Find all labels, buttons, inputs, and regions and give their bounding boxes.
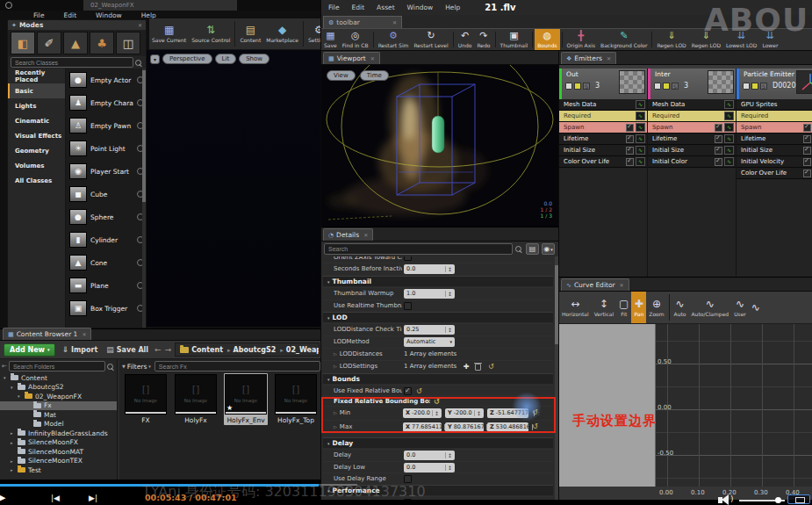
curve-toolbar-button[interactable]: ∿ Auto — [672, 292, 689, 323]
list-view-icon[interactable]: ▤ — [526, 243, 539, 255]
module-curve-icon[interactable] — [636, 134, 645, 143]
cascade-toolbar-button[interactable]: ◍ Bounds — [535, 29, 559, 50]
module-curve-icon[interactable] — [724, 157, 734, 166]
menu-item[interactable]: File — [328, 4, 340, 11]
property-row[interactable]: Use Realtime Thumbnail — [323, 299, 553, 311]
tree-folder-item[interactable]: ▾ 02_WeaponFX — [0, 392, 117, 401]
property-row[interactable]: LODDistances 1 Array elements — [323, 348, 553, 359]
delete-icon[interactable] — [475, 364, 481, 371]
category-item[interactable]: Cinematic — [8, 113, 65, 128]
module-checkbox[interactable] — [803, 158, 811, 166]
details-search-input[interactable] — [324, 243, 513, 255]
emitter-header[interactable]: Particle Emitter S D0020 — [737, 69, 812, 99]
placeable-item[interactable]: ● Sphere — [66, 206, 146, 228]
module-checkbox[interactable] — [626, 147, 634, 155]
tree-folder-item[interactable]: ▸ SilenceMoonFX — [0, 438, 117, 448]
placeable-item[interactable]: ♟ Empty Chara — [66, 91, 146, 114]
category-item[interactable]: All Classes — [8, 173, 65, 188]
asset-item[interactable]: No Image HolyFx_Top — [274, 373, 318, 425]
next-button-icon[interactable] — [89, 494, 97, 502]
spinner-icon[interactable] — [445, 465, 452, 471]
save-all-button[interactable]: ▤Save All — [104, 345, 151, 354]
cascade-toolbar-button[interactable]: ◎ Find in CB — [340, 29, 371, 50]
property-row[interactable]: Delay 0.0 — [323, 449, 553, 460]
viewport-menu-button[interactable]: View — [327, 70, 356, 81]
details-tab[interactable]: ◔ Details — [323, 228, 373, 241]
expand-arrow-icon[interactable]: ▾ — [18, 393, 22, 399]
add-element-icon[interactable] — [463, 363, 470, 371]
close-icon[interactable] — [605, 54, 611, 62]
main-toolbar-button[interactable]: ⚙ Settings — [305, 18, 320, 49]
forward-arrow-icon[interactable]: → — [165, 345, 172, 354]
toolbar-tab[interactable]: ⚙ toolbar — [323, 16, 402, 28]
emitter-module[interactable]: Initial Size — [737, 145, 812, 156]
viewport-mode-button[interactable]: Lit — [215, 54, 237, 64]
emitters-tab[interactable]: ❖ Emitters — [561, 52, 616, 64]
emitter-module[interactable]: Initial Size — [648, 145, 736, 156]
category-item[interactable]: Recently Placed — [8, 69, 65, 83]
scrollbar[interactable] — [142, 69, 146, 328]
emitter-module[interactable]: Required — [648, 111, 736, 122]
emitter-module[interactable]: Required — [559, 111, 647, 122]
emitter-module[interactable]: Initial Velocity — [737, 156, 812, 168]
placeable-item[interactable]: ▣ Box Trigger — [66, 297, 146, 320]
reset-icon[interactable] — [416, 387, 422, 395]
number-field[interactable]: 1.0 — [404, 289, 455, 299]
section-header[interactable]: Bounds — [323, 373, 553, 384]
module-curve-icon[interactable] — [636, 157, 645, 166]
emitter-header[interactable]: Inter S 3 — [648, 69, 736, 99]
viewport-tab[interactable]: ▦ Viewport — [323, 52, 380, 64]
menu-item[interactable]: File — [33, 11, 45, 19]
cascade-toolbar-button[interactable]: ╋ Origin Axis — [564, 29, 599, 50]
emitter-module[interactable]: Spawn — [737, 122, 812, 133]
module-curve-icon[interactable] — [636, 146, 645, 155]
emitter-module[interactable]: Mesh Data — [559, 99, 647, 111]
module-checkbox[interactable] — [715, 158, 722, 166]
property-row[interactable]: Orient ZAxis Toward Camera — [323, 256, 553, 262]
number-field[interactable]: 0.0 — [404, 451, 455, 460]
module-checkbox[interactable] — [626, 124, 634, 132]
search-classes-input[interactable] — [11, 57, 133, 68]
module-curve-icon[interactable] — [636, 100, 645, 109]
module-curve-icon[interactable] — [724, 100, 734, 109]
filters-button[interactable]: Filters — [122, 363, 151, 371]
checkbox[interactable] — [404, 387, 412, 395]
emitter-column[interactable]: Inter S 3 — [648, 69, 737, 277]
property-row[interactable]: Delay Low 0.0 — [323, 461, 553, 473]
property-row[interactable]: Thumbnail Warmup 1.0 — [323, 287, 553, 299]
tree-folder-item[interactable]: Model — [0, 420, 117, 429]
tree-folder-item[interactable]: Mat — [0, 410, 117, 420]
placeable-item[interactable]: ▮ Cylinder — [66, 228, 146, 251]
viewport-mode-button[interactable]: Perspective — [162, 54, 212, 64]
category-item[interactable]: Basic — [8, 83, 65, 98]
tree-folder-item[interactable]: ▾ Content — [0, 373, 117, 383]
category-item[interactable]: Volumes — [8, 158, 65, 173]
menu-item[interactable]: Window — [407, 4, 434, 11]
breadcrumb-item[interactable]: 02_Weap — [286, 346, 320, 354]
placeable-item[interactable]: ♙ Empty Pawn — [66, 114, 146, 137]
module-checkbox[interactable] — [715, 135, 722, 143]
viewport-options-dropdown[interactable] — [150, 54, 160, 64]
placeable-item[interactable]: ◉ Player Start — [66, 160, 146, 183]
cascade-toolbar-button[interactable]: ⇓ Regen LOD — [654, 29, 688, 50]
tree-folder-item[interactable]: Fx — [0, 401, 117, 411]
asset-thumbnail[interactable]: No Image ★ — [225, 374, 267, 415]
tree-collapse-icon[interactable]: ⇤ — [2, 363, 7, 370]
asset-thumbnail[interactable]: No Image — [175, 374, 217, 415]
curve-toolbar-button[interactable]: ▢ Fit — [616, 292, 631, 323]
close-icon[interactable] — [618, 281, 624, 289]
emitter-module[interactable]: Spawn — [648, 122, 736, 133]
tree-folder-item[interactable]: ▸ SilenceMoonTEX — [0, 457, 117, 466]
module-checkbox[interactable] — [626, 158, 634, 166]
module-curve-icon[interactable] — [724, 123, 734, 132]
tree-folder-item[interactable]: SilenceMoonMAT — [0, 447, 117, 457]
asset-thumbnail[interactable]: No Image — [275, 374, 317, 415]
close-icon[interactable] — [80, 330, 86, 338]
back-arrow-icon[interactable]: ← — [154, 345, 162, 354]
emitter-solo-icon[interactable] — [751, 83, 758, 90]
spinner-icon[interactable] — [445, 452, 452, 458]
curve-toolbar-button[interactable]: ⊕ Zoom — [646, 292, 666, 323]
property-row[interactable]: LODSettings 1 Array elements — [323, 360, 553, 372]
section-header[interactable]: Delay — [323, 437, 553, 448]
expand-arrow-icon[interactable]: ▸ — [11, 440, 15, 445]
